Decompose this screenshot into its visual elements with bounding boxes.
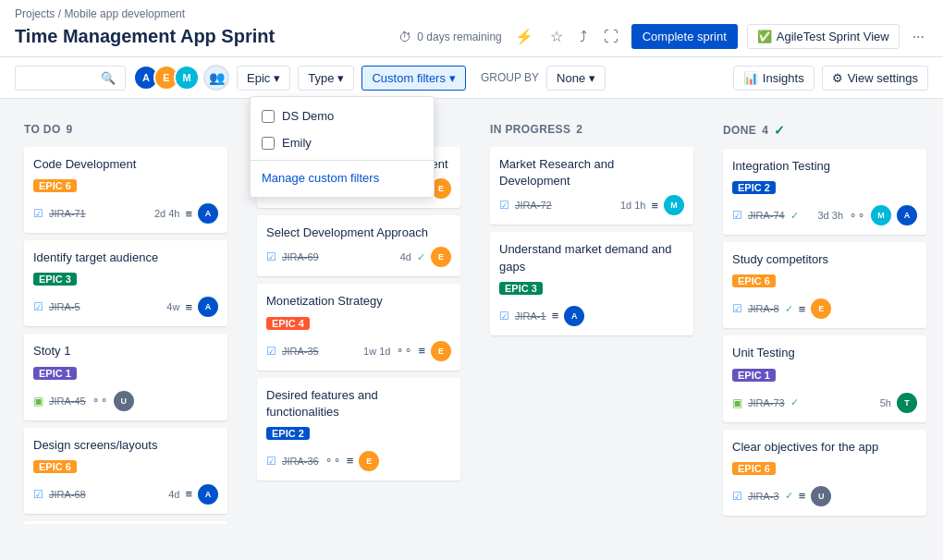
breadcrumb-projects[interactable]: Projects — [15, 7, 55, 20]
epic-badge: EPIC 6 — [33, 460, 77, 473]
breadcrumb-board[interactable]: Mobile app development — [64, 7, 185, 20]
search-icon: 🔍 — [101, 71, 116, 85]
chart-icon: 📊 — [743, 71, 758, 85]
add-member-button[interactable]: 👥 — [203, 65, 229, 91]
agile-sprint-view-button[interactable]: ✅ AgileTest Sprint View — [747, 24, 900, 49]
priority-icon: ≡ — [799, 489, 806, 503]
priority-icon: ≡ — [799, 302, 806, 316]
task-icon: ☑ — [732, 209, 742, 222]
task-icon: ☑ — [266, 250, 276, 263]
settings-icon: ⚙ — [832, 71, 843, 85]
column-header-inprogress2: IN PROGRESS 2 — [490, 123, 693, 136]
avatar: A — [897, 205, 917, 225]
expand-icon[interactable]: ⛶ — [600, 27, 622, 47]
type-filter-button[interactable]: Type ▾ — [298, 66, 354, 91]
custom-filters-button[interactable]: Custom filters ▾ — [361, 66, 465, 91]
avatar: M — [871, 205, 891, 225]
epic-badge: EPIC 3 — [33, 273, 77, 286]
complete-sprint-button[interactable]: Complete sprint — [631, 24, 738, 49]
star-icon[interactable]: ☆ — [546, 26, 567, 47]
epic-badge: EPIC 1 — [33, 367, 77, 380]
avatar: U — [114, 391, 134, 411]
task-icon: ☑ — [33, 300, 43, 313]
search-input[interactable] — [23, 71, 97, 85]
avatar: A — [198, 484, 218, 505]
priority-icon: ≡ — [347, 454, 354, 468]
column-header-done: DONE 4 ✓ — [723, 123, 926, 138]
view-settings-button[interactable]: ⚙ View settings — [822, 66, 928, 91]
card-stoty1[interactable]: Stoty 1 EPIC 1 ▣ JIRA-45 ⚬⚬ U — [24, 334, 227, 420]
group-by-label: GROUP BY — [481, 71, 539, 84]
epic-filter-button[interactable]: Epic ▾ — [237, 66, 290, 91]
avatar-group: A E M 👥 — [133, 65, 229, 91]
task-icon: ☑ — [732, 490, 742, 503]
group-icon: ⚬⚬ — [92, 395, 108, 407]
dropdown-item-emily[interactable]: Emily — [251, 129, 434, 156]
chevron-down-icon: ▾ — [337, 71, 344, 85]
card-monetization[interactable]: Monetization Strategy EPIC 4 ☑ JIRA-35 1… — [257, 284, 460, 370]
avatar: A — [198, 203, 218, 224]
group-by-none-button[interactable]: None ▾ — [546, 66, 606, 91]
avatar: U — [811, 486, 831, 506]
avatar[interactable]: M — [174, 65, 200, 91]
card-design-screens[interactable]: Design screens/layouts EPIC 6 ☑ JIRA-68 … — [24, 428, 227, 514]
card-market-research[interactable]: Market Research and Development ☑ JIRA-7… — [490, 147, 693, 225]
avatar: E — [359, 451, 379, 471]
avatar: T — [897, 393, 917, 413]
task-icon: ☑ — [33, 488, 43, 501]
priority-icon: ≡ — [185, 300, 192, 314]
card-unit-testing[interactable]: Unit Testing EPIC 1 ▣ JIRA-73 ✓ 5h T — [723, 335, 926, 421]
dropdown-item-ds-demo[interactable]: DS Demo — [251, 103, 434, 129]
card-clear-objectives[interactable]: Clear objectives for the app EPIC 6 ☑ JI… — [723, 430, 926, 516]
check-icon: ✓ — [790, 396, 799, 408]
breadcrumb: Projects / Mobile app development — [15, 7, 928, 20]
task-icon: ☑ — [266, 345, 276, 358]
priority-icon: ≡ — [552, 309, 559, 323]
column-todo: TO DO 9 Code Development EPIC 6 ☑ JIRA-7… — [15, 114, 237, 524]
search-box[interactable]: 🔍 — [15, 66, 126, 91]
column-header-todo: TO DO 9 — [24, 123, 227, 136]
story-icon: ▣ — [732, 396, 742, 409]
dropdown-divider — [251, 160, 434, 161]
card-select-dev-approach[interactable]: Select Development Approach ☑ JIRA-69 4d… — [257, 215, 460, 276]
emily-checkbox[interactable] — [262, 137, 275, 150]
epic-badge: EPIC 6 — [732, 462, 776, 475]
ds-demo-checkbox[interactable] — [262, 110, 275, 123]
priority-icon: ≡ — [651, 199, 658, 213]
check-icon: ✓ — [785, 490, 793, 502]
chevron-down-icon: ▾ — [449, 71, 456, 85]
task-icon: ☑ — [499, 199, 509, 212]
task-icon: ☑ — [732, 302, 742, 315]
epic-badge: EPIC 2 — [266, 427, 310, 440]
check-icon: ✅ — [757, 30, 772, 43]
column-inprogress2: IN PROGRESS 2 Market Research and Develo… — [481, 114, 703, 524]
card-study-competitors[interactable]: Study competitors EPIC 6 ☑ JIRA-8 ✓ ≡ E — [723, 242, 926, 328]
card-desired-features[interactable]: Desired features and functionalities EPI… — [257, 378, 460, 481]
check-icon: ✓ — [785, 303, 793, 315]
board: TO DO 9 Code Development EPIC 6 ☑ JIRA-7… — [0, 99, 943, 539]
task-icon: ☑ — [499, 310, 509, 323]
timer-meta: ⏱ 0 days remaining — [398, 30, 501, 44]
manage-filters-link[interactable]: Manage custom filters — [251, 164, 434, 191]
card-identify-target[interactable]: Identify target audience EPIC 3 ☑ JIRA-5… — [24, 240, 227, 326]
avatar: M — [664, 195, 684, 215]
epic-badge: EPIC 1 — [732, 369, 776, 382]
card-code-development[interactable]: Code Development EPIC 6 ☑ JIRA-71 2d 4h … — [24, 147, 227, 233]
task-icon: ☑ — [33, 207, 43, 220]
card-understand-market[interactable]: Understand market demand and gaps EPIC 3… — [490, 232, 693, 335]
group-icon: ⚬⚬ — [396, 345, 412, 357]
priority-icon: ≡ — [185, 207, 192, 221]
card-integration-testing[interactable]: Integration Testing EPIC 2 ☑ JIRA-74 ✓ 3… — [723, 149, 926, 235]
page-title: Time Management App Sprint — [15, 26, 389, 47]
epic-badge: EPIC 2 — [732, 181, 776, 194]
more-options-icon[interactable]: ··· — [909, 27, 928, 47]
story-icon: ▣ — [33, 395, 43, 408]
epic-badge: EPIC 6 — [33, 179, 77, 192]
share-icon[interactable]: ⤴ — [576, 27, 591, 47]
task-icon: ☑ — [266, 455, 276, 468]
lightning-icon[interactable]: ⚡ — [511, 26, 537, 47]
card-wireframes[interactable]: Wireframes and Mockups EPIC 1 — [24, 521, 227, 524]
group-icon: ⚬⚬ — [849, 210, 865, 222]
priority-icon: ≡ — [185, 487, 192, 501]
insights-button[interactable]: 📊 Insights — [733, 66, 814, 91]
